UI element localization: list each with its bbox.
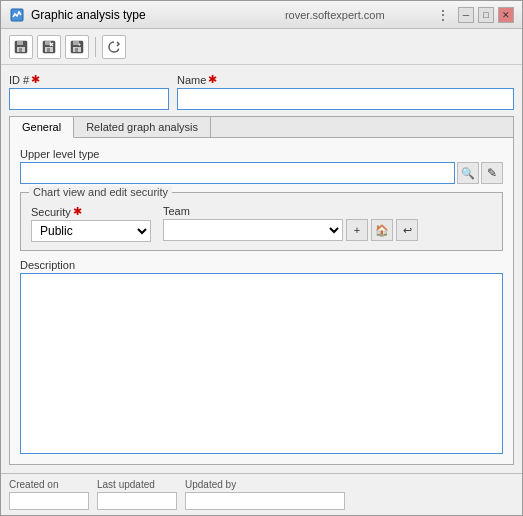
link-icon: ↩ bbox=[403, 224, 412, 237]
tab-general[interactable]: General bbox=[10, 117, 74, 138]
id-required-star: ✱ bbox=[31, 73, 40, 86]
bookmark-icon: 🏠 bbox=[375, 224, 389, 237]
svg-rect-4 bbox=[19, 48, 22, 52]
tab-related-graph[interactable]: Related graph analysis bbox=[74, 117, 211, 137]
save-new-icon: + bbox=[70, 40, 84, 54]
id-field-group: ID # ✱ bbox=[9, 73, 169, 110]
refresh-button[interactable] bbox=[102, 35, 126, 59]
description-textarea[interactable] bbox=[20, 273, 503, 454]
created-on-input bbox=[9, 492, 89, 510]
description-section: Description bbox=[20, 259, 503, 454]
upper-level-edit-button[interactable]: ✎ bbox=[481, 162, 503, 184]
save-icon bbox=[14, 40, 28, 54]
id-label: ID # ✱ bbox=[9, 73, 169, 86]
svg-rect-14 bbox=[75, 48, 78, 52]
save-button[interactable] bbox=[9, 35, 33, 59]
updated-by-label: Updated by bbox=[185, 479, 345, 490]
window-url: rover.softexpert.com bbox=[234, 9, 437, 21]
team-bookmark-button[interactable]: 🏠 bbox=[371, 219, 393, 241]
tabs-container: General Related graph analysis Upper lev… bbox=[9, 116, 514, 465]
close-button[interactable]: ✕ bbox=[498, 7, 514, 23]
toolbar: + bbox=[1, 29, 522, 65]
upper-level-label: Upper level type bbox=[20, 148, 503, 160]
window-title: Graphic analysis type bbox=[31, 8, 234, 22]
id-input[interactable] bbox=[9, 88, 169, 110]
name-required-star: ✱ bbox=[208, 73, 217, 86]
security-group-title: Chart view and edit security bbox=[29, 186, 172, 198]
last-updated-label: Last updated bbox=[97, 479, 177, 490]
edit-pencil-icon: ✎ bbox=[487, 166, 497, 180]
title-bar: Graphic analysis type rover.softexpert.c… bbox=[1, 1, 522, 29]
svg-text:+: + bbox=[78, 41, 81, 47]
team-add-button[interactable]: + bbox=[346, 219, 368, 241]
security-label: Security ✱ bbox=[31, 205, 151, 218]
svg-rect-2 bbox=[17, 41, 23, 45]
security-select[interactable]: Public Private Custom bbox=[31, 220, 151, 242]
save-close-button[interactable] bbox=[37, 35, 61, 59]
last-updated-input bbox=[97, 492, 177, 510]
minimize-button[interactable]: ─ bbox=[458, 7, 474, 23]
created-on-field: Created on bbox=[9, 479, 89, 510]
maximize-button[interactable]: □ bbox=[478, 7, 494, 23]
created-on-label: Created on bbox=[9, 479, 89, 490]
maximize-icon: □ bbox=[483, 10, 488, 20]
main-window: Graphic analysis type rover.softexpert.c… bbox=[0, 0, 523, 516]
menu-dots-icon[interactable]: ⋮ bbox=[436, 7, 450, 23]
add-plus-icon: + bbox=[354, 224, 360, 236]
upper-level-search-button[interactable]: 🔍 bbox=[457, 162, 479, 184]
security-group-section: Chart view and edit security Security ✱ … bbox=[20, 192, 503, 251]
security-required-star: ✱ bbox=[73, 205, 82, 218]
save-close-icon bbox=[42, 40, 56, 54]
search-icon: 🔍 bbox=[461, 167, 475, 180]
security-field-group: Security ✱ Public Private Custom bbox=[31, 205, 151, 242]
updated-by-input bbox=[185, 492, 345, 510]
save-new-button[interactable]: + bbox=[65, 35, 89, 59]
team-link-button[interactable]: ↩ bbox=[396, 219, 418, 241]
window-controls: ─ □ ✕ bbox=[458, 7, 514, 23]
name-input[interactable] bbox=[177, 88, 514, 110]
id-name-row: ID # ✱ Name ✱ bbox=[9, 73, 514, 110]
updated-by-field: Updated by bbox=[185, 479, 345, 510]
team-input-row: + 🏠 ↩ bbox=[163, 219, 418, 241]
minimize-icon: ─ bbox=[463, 10, 469, 20]
name-field-group: Name ✱ bbox=[177, 73, 514, 110]
security-row: Security ✱ Public Private Custom T bbox=[31, 205, 492, 242]
status-bar: Created on Last updated Updated by bbox=[1, 473, 522, 515]
description-label: Description bbox=[20, 259, 503, 271]
tab-bar: General Related graph analysis bbox=[10, 117, 513, 138]
svg-rect-8 bbox=[47, 48, 50, 52]
team-label: Team bbox=[163, 205, 418, 217]
team-field-group: Team + 🏠 bbox=[163, 205, 418, 242]
upper-level-input[interactable] bbox=[20, 162, 455, 184]
upper-level-section: Upper level type 🔍 ✎ bbox=[20, 148, 503, 184]
app-icon bbox=[9, 7, 25, 23]
team-select[interactable] bbox=[163, 219, 343, 241]
tab-general-content: Upper level type 🔍 ✎ Chart view and edit… bbox=[10, 138, 513, 464]
last-updated-field: Last updated bbox=[97, 479, 177, 510]
upper-level-input-row: 🔍 ✎ bbox=[20, 162, 503, 184]
main-content: ID # ✱ Name ✱ General Related graph anal… bbox=[1, 65, 522, 473]
close-icon: ✕ bbox=[502, 10, 510, 20]
name-label: Name ✱ bbox=[177, 73, 514, 86]
refresh-icon bbox=[107, 40, 121, 54]
toolbar-separator bbox=[95, 37, 96, 57]
